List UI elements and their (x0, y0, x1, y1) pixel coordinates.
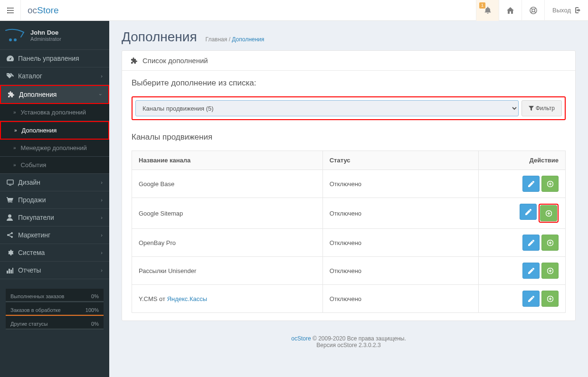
edit-button[interactable] (520, 204, 537, 220)
chevron-right-icon: › (101, 197, 103, 203)
install-button[interactable] (541, 263, 559, 279)
extensions-panel: Список дополнений Выберите дополнение из… (122, 50, 576, 321)
chevron-right-icon: › (101, 179, 103, 185)
svg-point-12 (9, 39, 11, 41)
row-status: Отключено (322, 170, 479, 198)
filter-button[interactable]: Фильтр (522, 100, 562, 116)
home-button[interactable] (499, 0, 522, 21)
svg-rect-22 (7, 271, 8, 273)
nav-system[interactable]: Система › (0, 244, 109, 262)
nav-extensions[interactable]: Дополнения › (0, 85, 109, 104)
nav-dashboard[interactable]: Панель управления (0, 50, 109, 67)
col-status: Статус (322, 151, 479, 170)
svg-rect-0 (7, 8, 14, 9)
extensions-table: Название канала Статус Действие Google B… (132, 151, 566, 313)
sidebar: John Doe Administrator Панель управления… (0, 21, 109, 377)
footer: ocStore © 2009-2020 Все права защищены. … (109, 335, 588, 349)
chevron-down-icon: › (98, 94, 104, 95)
filter-row: Каналы продвижения (5) Фильтр (132, 96, 566, 120)
lifebuoy-icon (530, 7, 537, 14)
stat-completed: Выполненных заказов0% (6, 289, 104, 302)
chevron-right-icon: › (101, 215, 103, 220)
svg-rect-2 (7, 12, 14, 13)
subnav-events[interactable]: » События (0, 157, 109, 174)
nav-catalog[interactable]: Каталог › (0, 67, 109, 85)
monitor-icon (7, 179, 18, 186)
install-button[interactable] (541, 235, 559, 251)
subnav-install-extensions[interactable]: » Установка дополнений (0, 104, 109, 121)
extension-type-select[interactable]: Каналы продвижения (5) (135, 100, 519, 116)
puzzle-icon (8, 91, 19, 98)
col-action: Действие (479, 151, 566, 170)
stat-processing: Заказов в обработке100% (6, 302, 104, 316)
svg-point-13 (14, 39, 16, 41)
chevron-right-icon: › (101, 232, 103, 238)
header: ocStore 1 Выход (0, 0, 588, 21)
notifications-button[interactable]: 1 (476, 0, 499, 21)
chevron-right-icon: › (101, 267, 103, 273)
row-name: Google Sitemap (139, 210, 183, 217)
svg-line-21 (9, 236, 11, 236)
svg-line-9 (534, 8, 536, 9)
panel-heading: Список дополнений (122, 51, 575, 71)
col-name: Название канала (132, 151, 323, 170)
chart-icon (7, 267, 18, 273)
footer-brand-link[interactable]: ocStore (291, 335, 311, 342)
table-row: Рассылки UnisenderОтключено (132, 257, 566, 285)
edit-button[interactable] (522, 176, 540, 192)
gear-icon (7, 249, 18, 256)
svg-rect-3 (7, 8, 8, 9)
share-icon (7, 232, 18, 238)
logout-icon (574, 7, 580, 13)
install-button[interactable] (541, 176, 559, 192)
svg-line-20 (9, 234, 11, 235)
user-icon (7, 214, 18, 221)
stat-other: Другие статусы0% (6, 316, 104, 330)
user-name: John Doe (30, 29, 61, 36)
table-title: Каналы продвижения (132, 132, 566, 142)
svg-point-7 (532, 9, 535, 12)
breadcrumb-home[interactable]: Главная (206, 36, 228, 43)
row-name: Рассылки Unisender (139, 267, 196, 274)
svg-rect-14 (7, 180, 13, 184)
svg-line-11 (534, 11, 536, 13)
menu-toggle-button[interactable] (0, 0, 21, 21)
breadcrumb: Главная / Дополнения (206, 36, 265, 43)
subnav-extensions[interactable]: » Дополнения (0, 121, 109, 140)
logout-button[interactable]: Выход (544, 0, 588, 21)
nav-design[interactable]: Дизайн › (0, 174, 109, 191)
puzzle-icon (131, 57, 138, 64)
svg-rect-23 (9, 269, 10, 273)
svg-line-8 (531, 8, 532, 9)
brand-logo[interactable]: ocStore (28, 5, 59, 16)
notification-badge: 1 (479, 2, 485, 9)
install-button[interactable] (541, 291, 559, 307)
install-button[interactable] (540, 205, 557, 221)
edit-button[interactable] (522, 263, 540, 279)
table-row: Google SitemapОтключено (132, 198, 566, 229)
cart-logo-icon (5, 28, 27, 42)
chevron-right-icon: » (13, 110, 16, 115)
nav-sales[interactable]: Продажи › (0, 191, 109, 209)
chevron-right-icon: » (14, 128, 17, 133)
svg-rect-1 (7, 10, 14, 11)
page-header: Дополнения Главная / Дополнения (109, 21, 588, 50)
svg-rect-24 (10, 270, 12, 273)
row-link[interactable]: Яндекс.Кассы (167, 295, 207, 302)
edit-button[interactable] (522, 235, 540, 251)
nav-reports[interactable]: Отчеты › (0, 262, 109, 279)
chevron-right-icon: » (13, 145, 16, 151)
page-title: Дополнения (122, 29, 197, 45)
row-status: Отключено (322, 285, 479, 313)
subnav-extension-manager[interactable]: » Менеджер дополнений (0, 140, 109, 157)
nav-marketing[interactable]: Маркетинг › (0, 226, 109, 244)
help-button[interactable] (522, 0, 544, 21)
breadcrumb-current[interactable]: Дополнения (232, 36, 264, 43)
nav-customers[interactable]: Покупатели › (0, 209, 109, 226)
row-status: Отключено (322, 198, 479, 229)
edit-button[interactable] (522, 291, 540, 307)
table-row: OpenBay ProОтключено (132, 229, 566, 257)
chevron-right-icon: » (13, 162, 16, 168)
table-row: Google BaseОтключено (132, 170, 566, 198)
row-name: OpenBay Pro (139, 239, 176, 246)
